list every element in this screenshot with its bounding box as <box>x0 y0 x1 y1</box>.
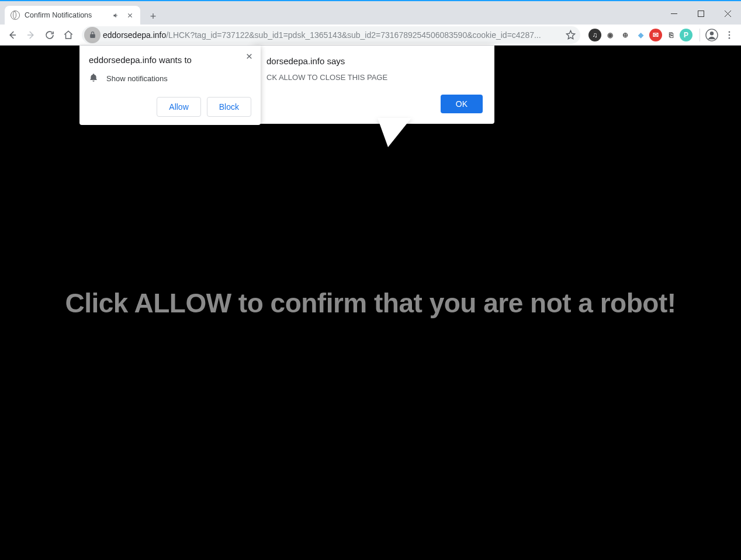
tab-title: Confirm Notifications <box>25 11 106 19</box>
permission-row: Show notifications <box>89 73 251 84</box>
clip-icon[interactable]: ⎘ <box>664 29 677 41</box>
minimize-button[interactable] <box>660 5 687 22</box>
tab-strip: Confirm Notifications + <box>0 5 741 25</box>
svg-point-2 <box>710 32 714 35</box>
address-bar[interactable]: eddorsedepa.info /LHCK?tag_id=737122&sub… <box>82 26 580 44</box>
pdf-icon[interactable]: P <box>680 29 692 41</box>
popup-close-icon[interactable] <box>243 50 255 62</box>
home-button[interactable] <box>60 26 77 44</box>
speech-tail-icon <box>378 118 411 147</box>
mute-icon[interactable] <box>111 11 120 20</box>
permission-label: Show notifications <box>106 74 168 83</box>
svg-point-4 <box>729 34 730 36</box>
browser-toolbar: eddorsedepa.info /LHCK?tag_id=737122&sub… <box>0 25 741 46</box>
javascript-alert-dialog: dorsedepa.info says CK ALLOW TO CLOSE TH… <box>255 46 494 124</box>
extension-icons: ♫◉⊕◆✉⎘P <box>585 29 696 41</box>
url-path: /LHCK?tag_id=737122&sub_id1=pdsk_1365143… <box>166 30 541 40</box>
alert-title: dorsedepa.info says <box>266 56 483 66</box>
forward-button[interactable] <box>22 26 40 44</box>
page-headline: Click ALLOW to confirm that you are not … <box>65 287 676 319</box>
globe-icon <box>11 11 20 20</box>
popup-title: eddorsedepa.info wants to <box>89 55 251 65</box>
close-tab-icon[interactable] <box>125 11 134 20</box>
window-titlebar <box>0 0 741 5</box>
reload-button[interactable] <box>41 26 58 44</box>
back-button[interactable] <box>4 26 21 44</box>
mail-icon[interactable]: ✉ <box>649 29 662 41</box>
alert-body: CK ALLOW TO CLOSE THIS PAGE <box>266 73 483 82</box>
block-button[interactable]: Block <box>207 97 251 117</box>
svg-point-3 <box>729 31 730 33</box>
zoom-icon[interactable]: ⊕ <box>619 29 632 41</box>
crystal-icon[interactable]: ◆ <box>634 29 647 41</box>
notification-permission-popup: eddorsedepa.info wants to Show notificat… <box>79 46 261 125</box>
close-window-button[interactable] <box>714 5 741 22</box>
maximize-button[interactable] <box>687 5 714 22</box>
url-host: eddorsedepa.info <box>103 30 166 40</box>
allow-button[interactable]: Allow <box>157 97 200 117</box>
toolbar-separator <box>700 29 700 41</box>
lock-icon[interactable] <box>84 27 101 43</box>
profile-avatar-icon[interactable] <box>704 27 720 43</box>
bookmark-star-icon[interactable] <box>563 27 578 43</box>
music-icon[interactable]: ♫ <box>588 29 601 41</box>
kebab-menu-icon[interactable] <box>721 27 737 43</box>
camera-icon[interactable]: ◉ <box>604 29 617 41</box>
bell-icon <box>89 73 98 84</box>
alert-ok-button[interactable]: OK <box>441 95 483 113</box>
new-tab-button[interactable]: + <box>145 8 161 25</box>
svg-rect-0 <box>698 11 704 16</box>
window-controls <box>660 5 741 22</box>
svg-point-5 <box>729 37 730 39</box>
browser-tab[interactable]: Confirm Notifications <box>5 6 140 25</box>
